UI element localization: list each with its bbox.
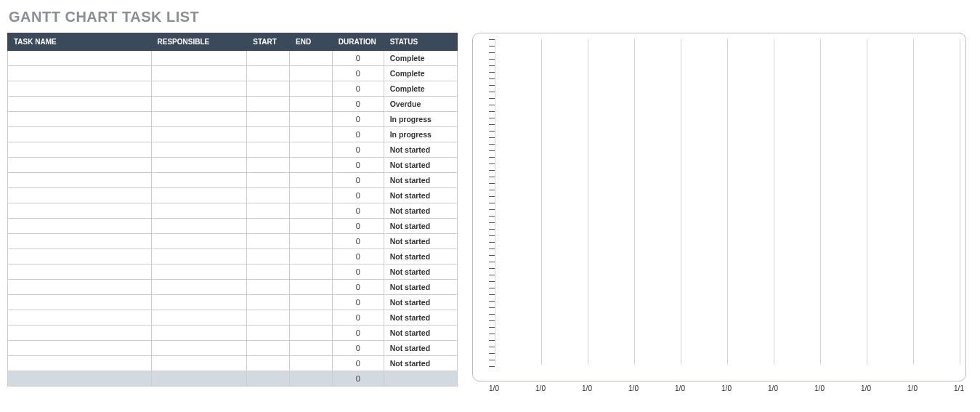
duration-cell[interactable]: 0: [332, 264, 384, 280]
end-cell[interactable]: [289, 219, 332, 234]
table-row[interactable]: 0Not started: [8, 203, 458, 219]
task-cell[interactable]: [8, 158, 152, 173]
table-row[interactable]: 0Not started: [8, 280, 458, 295]
status-cell[interactable]: Not started: [384, 219, 457, 234]
responsible-cell[interactable]: [151, 127, 247, 142]
table-row[interactable]: 0Not started: [8, 219, 458, 234]
status-cell[interactable]: Not started: [384, 326, 457, 341]
end-cell[interactable]: [289, 234, 332, 249]
start-cell[interactable]: [247, 356, 290, 371]
status-cell[interactable]: In progress: [384, 112, 457, 127]
end-cell[interactable]: [289, 112, 332, 127]
end-cell[interactable]: [289, 249, 332, 264]
status-cell[interactable]: Complete: [384, 81, 457, 97]
responsible-cell[interactable]: [151, 188, 247, 203]
start-cell[interactable]: [247, 249, 290, 264]
duration-cell[interactable]: 0: [332, 356, 384, 371]
task-cell[interactable]: [8, 280, 152, 295]
duration-cell[interactable]: 0: [332, 326, 384, 341]
end-cell[interactable]: [289, 295, 332, 310]
status-cell[interactable]: Not started: [384, 341, 457, 356]
table-row[interactable]: 0Overdue: [8, 97, 458, 112]
end-cell[interactable]: [289, 341, 332, 356]
duration-cell[interactable]: 0: [332, 310, 384, 326]
responsible-cell[interactable]: [151, 112, 247, 127]
responsible-cell[interactable]: [151, 356, 247, 371]
table-row[interactable]: 0In progress: [8, 112, 458, 127]
end-cell[interactable]: [289, 310, 332, 326]
start-cell[interactable]: [247, 326, 290, 341]
task-cell[interactable]: [8, 51, 152, 66]
task-cell[interactable]: [8, 203, 152, 219]
end-cell[interactable]: [289, 188, 332, 203]
end-cell[interactable]: [289, 158, 332, 173]
task-cell[interactable]: [8, 142, 152, 158]
end-cell[interactable]: [289, 51, 332, 66]
responsible-cell[interactable]: [151, 326, 247, 341]
start-cell[interactable]: [247, 81, 290, 97]
task-cell[interactable]: [8, 97, 152, 112]
task-cell[interactable]: [8, 188, 152, 203]
start-cell[interactable]: [247, 203, 290, 219]
end-cell[interactable]: [289, 127, 332, 142]
start-cell[interactable]: [247, 51, 290, 66]
start-cell[interactable]: [247, 219, 290, 234]
duration-cell[interactable]: 0: [332, 51, 384, 66]
start-cell[interactable]: [247, 234, 290, 249]
table-row[interactable]: 0Not started: [8, 234, 458, 249]
duration-cell[interactable]: 0: [332, 127, 384, 142]
duration-cell[interactable]: 0: [332, 66, 384, 81]
status-cell[interactable]: Not started: [384, 142, 457, 158]
responsible-cell[interactable]: [151, 142, 247, 158]
responsible-cell[interactable]: [151, 280, 247, 295]
status-cell[interactable]: Not started: [384, 173, 457, 188]
responsible-cell[interactable]: [151, 249, 247, 264]
end-cell[interactable]: [289, 97, 332, 112]
end-cell[interactable]: [289, 203, 332, 219]
table-row[interactable]: 0Not started: [8, 326, 458, 341]
start-cell[interactable]: [247, 310, 290, 326]
responsible-cell[interactable]: [151, 295, 247, 310]
status-cell[interactable]: Not started: [384, 158, 457, 173]
duration-cell[interactable]: 0: [332, 158, 384, 173]
duration-cell[interactable]: 0: [332, 234, 384, 249]
responsible-cell[interactable]: [151, 219, 247, 234]
start-cell[interactable]: [247, 158, 290, 173]
table-row[interactable]: 0Not started: [8, 264, 458, 280]
status-cell[interactable]: Not started: [384, 264, 457, 280]
task-cell[interactable]: [8, 249, 152, 264]
start-cell[interactable]: [247, 341, 290, 356]
start-cell[interactable]: [247, 66, 290, 81]
end-cell[interactable]: [289, 66, 332, 81]
table-row[interactable]: 0Not started: [8, 173, 458, 188]
task-cell[interactable]: [8, 112, 152, 127]
table-row[interactable]: 0In progress: [8, 127, 458, 142]
table-row[interactable]: 0Not started: [8, 356, 458, 371]
task-cell[interactable]: [8, 81, 152, 97]
table-row[interactable]: 0Not started: [8, 188, 458, 203]
responsible-cell[interactable]: [151, 310, 247, 326]
end-cell[interactable]: [289, 356, 332, 371]
duration-cell[interactable]: 0: [332, 81, 384, 97]
duration-cell[interactable]: 0: [332, 219, 384, 234]
task-cell[interactable]: [8, 310, 152, 326]
table-row[interactable]: 0Not started: [8, 341, 458, 356]
responsible-cell[interactable]: [151, 51, 247, 66]
status-cell[interactable]: Not started: [384, 356, 457, 371]
duration-cell[interactable]: 0: [332, 295, 384, 310]
responsible-cell[interactable]: [151, 158, 247, 173]
status-cell[interactable]: Complete: [384, 66, 457, 81]
task-cell[interactable]: [8, 234, 152, 249]
duration-cell[interactable]: 0: [332, 188, 384, 203]
duration-cell[interactable]: 0: [332, 173, 384, 188]
end-cell[interactable]: [289, 173, 332, 188]
duration-cell[interactable]: 0: [332, 280, 384, 295]
duration-cell[interactable]: 0: [332, 112, 384, 127]
task-cell[interactable]: [8, 295, 152, 310]
table-row[interactable]: 0Not started: [8, 142, 458, 158]
table-row[interactable]: 0Not started: [8, 310, 458, 326]
status-cell[interactable]: Not started: [384, 280, 457, 295]
duration-cell[interactable]: 0: [332, 249, 384, 264]
status-cell[interactable]: Not started: [384, 310, 457, 326]
responsible-cell[interactable]: [151, 66, 247, 81]
